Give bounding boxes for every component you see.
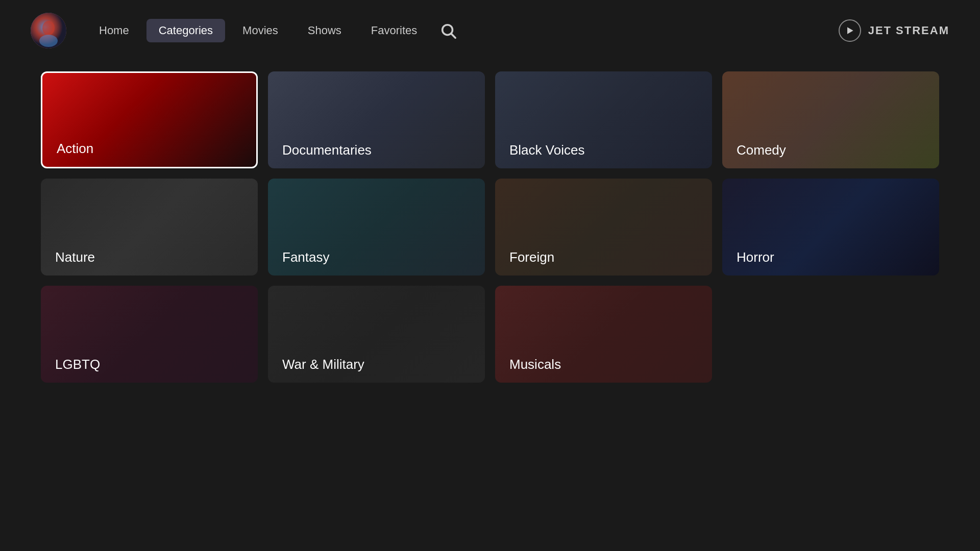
category-label-lgbtq: LGBTQ xyxy=(55,357,100,372)
category-card-foreign[interactable]: Foreign xyxy=(495,179,712,276)
categories-grid: Action Documentaries Black Voices Comedy… xyxy=(41,71,939,383)
brand-play-icon xyxy=(839,19,861,42)
category-label-comedy: Comedy xyxy=(737,142,786,158)
category-card-action[interactable]: Action xyxy=(41,71,258,168)
category-label-fantasy: Fantasy xyxy=(282,249,330,265)
category-label-black-voices: Black Voices xyxy=(509,142,584,158)
category-card-comedy[interactable]: Comedy xyxy=(722,71,939,168)
svg-line-5 xyxy=(452,34,456,38)
main-nav: Home Categories Movies Shows Favorites xyxy=(87,17,839,44)
nav-categories[interactable]: Categories xyxy=(146,19,225,42)
svg-marker-6 xyxy=(847,27,853,34)
category-card-black-voices[interactable]: Black Voices xyxy=(495,71,712,168)
category-label-foreign: Foreign xyxy=(509,249,554,265)
search-icon xyxy=(439,22,457,39)
nav-shows[interactable]: Shows xyxy=(296,19,354,42)
category-card-war-military[interactable]: War & Military xyxy=(268,286,485,383)
nav-favorites[interactable]: Favorites xyxy=(359,19,429,42)
category-card-horror[interactable]: Horror xyxy=(722,179,939,276)
category-label-nature: Nature xyxy=(55,249,95,265)
category-card-empty xyxy=(722,286,939,383)
category-label-action: Action xyxy=(57,141,93,157)
category-label-documentaries: Documentaries xyxy=(282,142,372,158)
category-card-fantasy[interactable]: Fantasy xyxy=(268,179,485,276)
header: Home Categories Movies Shows Favorites J… xyxy=(0,0,980,61)
categories-main: Action Documentaries Black Voices Comedy… xyxy=(0,61,980,403)
search-button[interactable] xyxy=(434,17,462,44)
category-card-lgbtq[interactable]: LGBTQ xyxy=(41,286,258,383)
category-card-musicals[interactable]: Musicals xyxy=(495,286,712,383)
category-card-nature[interactable]: Nature xyxy=(41,179,258,276)
category-label-musicals: Musicals xyxy=(509,357,561,372)
category-label-war-military: War & Military xyxy=(282,357,364,372)
svg-point-3 xyxy=(39,35,58,47)
nav-home[interactable]: Home xyxy=(87,19,141,42)
brand: JET STREAM xyxy=(839,19,949,42)
category-card-documentaries[interactable]: Documentaries xyxy=(268,71,485,168)
nav-movies[interactable]: Movies xyxy=(230,19,290,42)
category-label-horror: Horror xyxy=(737,249,774,265)
svg-point-2 xyxy=(42,21,55,35)
logo[interactable] xyxy=(31,13,66,48)
brand-name: JET STREAM xyxy=(868,24,949,37)
